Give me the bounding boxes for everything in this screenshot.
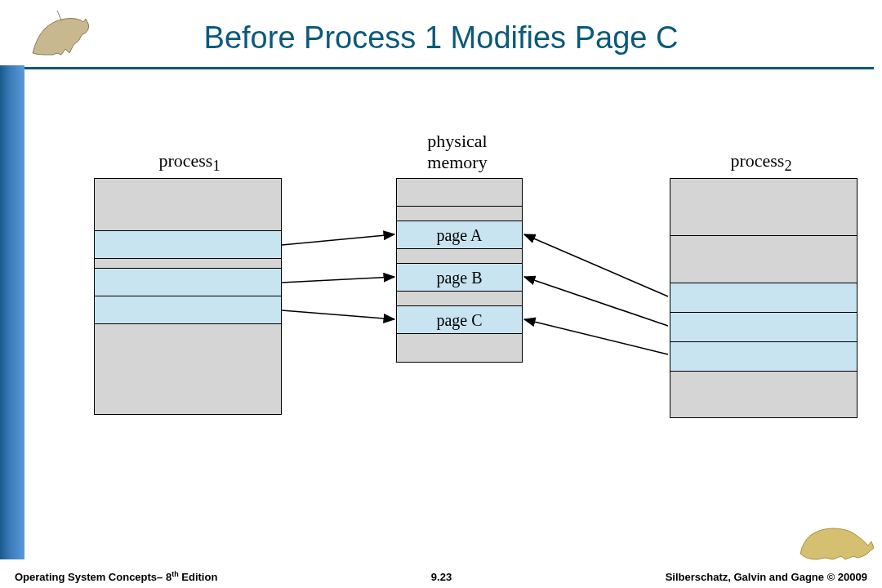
page-a-cell: page A [397, 221, 522, 249]
pm-gap-2 [397, 292, 522, 306]
svg-line-5 [524, 319, 668, 354]
dinosaur-bottom-icon [796, 517, 878, 562]
footer-left-pre: Operating System Concepts– 8 [15, 571, 172, 583]
footer-left-sup: th [172, 570, 179, 578]
p2-row-grey-mid [670, 236, 857, 283]
memory-diagram: process1 physical memory process2 page A… [49, 131, 858, 474]
pm-grey-0 [397, 179, 522, 207]
physical-memory-stack: page A page B page C [396, 178, 523, 363]
pm-gap-0 [397, 207, 522, 221]
p1-page-slot-2 [95, 269, 281, 296]
p1-page-slot-1 [95, 231, 281, 259]
process1-sub: 1 [212, 158, 220, 174]
title-rule [24, 67, 874, 69]
svg-line-0 [282, 234, 394, 245]
svg-line-1 [282, 277, 394, 283]
page-title: Before Process 1 Modifies Page C [0, 20, 882, 56]
physical-memory-label: physical memory [376, 131, 539, 173]
p1-page-slot-3 [95, 296, 281, 324]
process2-stack [670, 178, 858, 418]
svg-line-3 [524, 234, 668, 296]
footer-left-post: Edition [179, 571, 218, 583]
p2-row-grey-bot [670, 372, 857, 417]
p2-page-slot-3 [670, 342, 857, 372]
page-c-cell: page C [397, 306, 522, 334]
process2-label: process2 [679, 150, 843, 175]
p2-page-slot-2 [670, 313, 857, 342]
footer-page: 9.23 [431, 571, 452, 583]
footer-left: Operating System Concepts– 8th Edition [15, 570, 217, 583]
footer-copyright: Silberschatz, Galvin and Gagne © 20009 [666, 571, 867, 583]
sidebar-accent [0, 65, 24, 559]
pm-grey-1 [397, 334, 522, 362]
process1-text: process [158, 150, 212, 171]
process1-stack [94, 178, 282, 415]
p1-row-grey-bot [95, 324, 281, 414]
p2-row-grey-top [670, 179, 857, 236]
svg-line-4 [524, 277, 668, 326]
p2-page-slot-1 [670, 283, 857, 313]
page-b-cell: page B [397, 264, 522, 292]
process2-sub: 2 [784, 158, 791, 174]
footer: Operating System Concepts– 8th Edition 9… [0, 565, 882, 588]
pm-gap-1 [397, 249, 522, 264]
process2-text: process [730, 150, 784, 171]
process1-label: process1 [108, 150, 271, 175]
p1-gap-1 [95, 259, 281, 269]
svg-line-2 [282, 310, 394, 319]
p1-row-grey-top [95, 179, 281, 231]
